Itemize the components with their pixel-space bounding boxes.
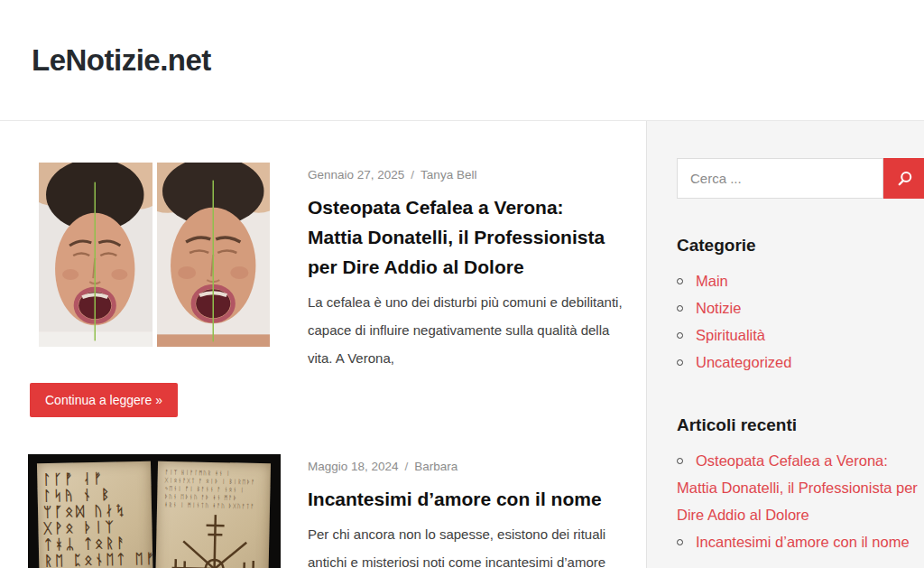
post-excerpt: Per chi ancora non lo sapesse, esistono …: [308, 520, 623, 568]
post-date: Maggio 18, 2024: [308, 460, 399, 473]
post-title: Osteopata Cefalea a Verona: Mattia Donat…: [308, 192, 623, 282]
search-icon: [896, 170, 914, 188]
rune-text: ᛘᚵᛟᛞ ᚢᛅᛪ: [43, 502, 147, 520]
category-link-notizie[interactable]: Notizie: [696, 300, 741, 316]
post-title-link[interactable]: Incantesimi d’amore con il nome: [308, 489, 602, 509]
article-thumbnail-incantesimi[interactable]: ᛚᚴᚡ ᛆᚠ ᛚᛋᚤ ᚾ ᛒ ᛘᚵᛟᛞ ᚢᛅᛪ ᚷᚹᛟ ᚦᛁᛉ ᛏᚼᛦ ᛏᛟᚱᚨ…: [28, 454, 281, 568]
search-form: [677, 158, 924, 199]
article-thumbnail-osteopata[interactable]: [28, 163, 281, 372]
rune-text: ᚱᛖ ᛈᛟᚾᛖᛏ ᛖᚠ: [44, 551, 148, 568]
categories-heading: Categorie: [677, 236, 924, 256]
category-link-uncategorized[interactable]: Uncategorized: [696, 354, 791, 370]
list-item: Spiritualità: [677, 321, 924, 349]
list-item: Uncategorized: [677, 349, 924, 376]
rune-text: ᛏᚼᛦ ᛏᛟᚱᚨ: [44, 535, 148, 553]
post-author: Tanya Bell: [420, 168, 476, 182]
article-incantesimi: ᛚᚴᚡ ᛆᚠ ᛚᛋᚤ ᚾ ᛒ ᛘᚵᛟᛞ ᚢᛅᛪ ᚷᚹᛟ ᚦᛁᛉ ᛏᚼᛦ ᛏᛟᚱᚨ…: [28, 454, 623, 568]
meta-separator: /: [405, 460, 409, 473]
site-header: LeNotizie.net: [0, 0, 924, 121]
post-meta: Maggio 18, 2024/Barbara: [308, 458, 623, 476]
osteopathy-photo[interactable]: [39, 163, 270, 347]
circle-bullet-icon: [677, 278, 683, 284]
circle-bullet-icon: [677, 458, 683, 464]
categories-list: Main Notizie Spiritualità Uncategorized: [677, 267, 924, 376]
recent-posts-heading: Articoli recenti: [677, 415, 924, 435]
list-item: Osteopata Cefalea a Verona: Mattia Donat…: [677, 447, 924, 528]
recent-posts-widget: Articoli recenti Osteopata Cefalea a Ver…: [677, 415, 924, 555]
content-area: Gennaio 27, 2025/Tanya Bell Osteopata Ce…: [0, 121, 924, 568]
circle-bullet-icon: [677, 359, 683, 366]
list-item: Main: [677, 267, 924, 294]
post-author: Barbara: [414, 460, 457, 473]
rune-book-right-page: ᚨᛁᛉ ᚺᛁᚨᛚᛗᚢᚱ ᚼᚾ ᛁ ᚷᛁᛟᚾᚨᚷᛏ ᚨ ᛟᛁᚦ ᛁ ᛒᛁᚱᛖᚦᚨ …: [154, 461, 271, 568]
search-input[interactable]: [677, 158, 883, 199]
post-date: Gennaio 27, 2025: [308, 168, 404, 182]
circle-bullet-icon: [677, 332, 683, 339]
recent-post-link-incantesimi[interactable]: Incantesimi d’amore con il nome: [696, 534, 910, 550]
post-excerpt: La cefalea è uno dei disturbi più comuni…: [308, 288, 623, 372]
meta-separator: /: [411, 168, 414, 182]
article-osteopata: Gennaio 27, 2025/Tanya Bell Osteopata Ce…: [28, 163, 623, 417]
category-link-main[interactable]: Main: [696, 273, 728, 289]
list-item: Incantesimi d’amore con il nome: [677, 528, 924, 555]
post-meta: Gennaio 27, 2025/Tanya Bell: [308, 166, 623, 184]
categories-widget: Categorie Main Notizie Spiritualità Unca…: [677, 236, 924, 376]
sidebar: Categorie Main Notizie Spiritualità Unca…: [647, 121, 924, 568]
category-link-spiritualita[interactable]: Spiritualità: [696, 327, 765, 343]
list-item: Notizie: [677, 294, 924, 321]
circle-bullet-icon: [677, 539, 683, 545]
rune-stave-symbol: [163, 514, 264, 568]
osteopathy-photo-right: [157, 163, 271, 347]
circle-bullet-icon: [677, 305, 683, 312]
rune-text: ᚷᚹᛟ ᚦᛁᛉ: [43, 518, 147, 536]
osteopathy-photo-left: [39, 163, 152, 347]
recent-posts-list: Osteopata Cefalea a Verona: Mattia Donat…: [677, 447, 924, 555]
site-title[interactable]: LeNotizie.net: [32, 43, 211, 78]
rune-book-photo[interactable]: ᛚᚴᚡ ᛆᚠ ᛚᛋᚤ ᚾ ᛒ ᛘᚵᛟᛞ ᚢᛅᛪ ᚷᚹᛟ ᚦᛁᛉ ᛏᚼᛦ ᛏᛟᚱᚨ…: [28, 454, 281, 568]
search-button[interactable]: [883, 158, 924, 199]
rune-text: ᛚᛋᚤ ᚾ ᛒ: [43, 486, 147, 504]
read-more-button[interactable]: Continua a leggere »: [30, 383, 178, 417]
rune-script-text: ᚼᚱᚾ ᛁ ᛗᛁᚾᛏᚢ ᚼᚨᚢ ᚦᚷᚢᚨᛏᚨ: [164, 501, 263, 511]
rune-book-left-page: ᛚᚴᚡ ᛆᚠ ᛚᛋᚤ ᚾ ᛒ ᛘᚵᛟᛞ ᚢᛅᛪ ᚷᚹᛟ ᚦᛁᛉ ᛏᚼᛦ ᛏᛟᚱᚨ…: [37, 461, 154, 568]
post-title-link[interactable]: Osteopata Cefalea a Verona: Mattia Donat…: [308, 197, 605, 277]
main-column: Gennaio 27, 2025/Tanya Bell Osteopata Ce…: [0, 121, 647, 568]
rune-text: ᛚᚴᚡ ᛆᚠ: [42, 470, 146, 488]
recent-post-link-osteopata[interactable]: Osteopata Cefalea a Verona: Mattia Donat…: [677, 452, 918, 523]
post-title: Incantesimi d’amore con il nome: [308, 484, 623, 514]
